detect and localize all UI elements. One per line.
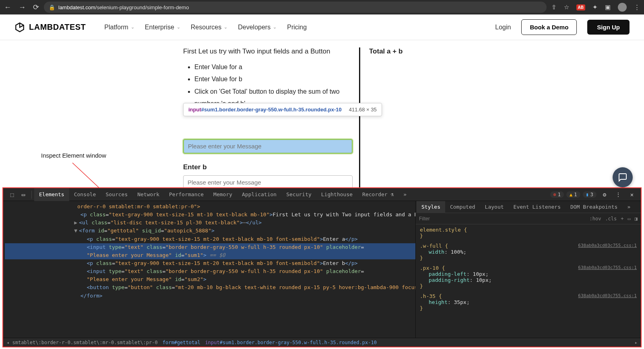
extensions-icon[interactable]: ✦: [592, 4, 598, 11]
tab-memory[interactable]: Memory: [208, 188, 237, 201]
reload-icon[interactable]: ⟳: [33, 3, 39, 12]
styles-tab-dom[interactable]: DOM Breakpoints: [566, 201, 622, 212]
site-header: LAMBDATEST Platform⌄ Enterprise⌄ Resourc…: [0, 14, 644, 40]
tab-lighthouse[interactable]: Lighthouse: [316, 188, 357, 201]
logo-icon: [14, 22, 25, 33]
devtools-panel: ⬚ ▭ Elements Console Sources Network Per…: [3, 188, 641, 212]
chat-bubble-button[interactable]: [613, 167, 633, 187]
nav-pricing[interactable]: Pricing: [287, 24, 307, 31]
tab-security[interactable]: Security: [281, 188, 316, 201]
devtools-tabs: ⬚ ▭ Elements Console Sources Network Per…: [3, 188, 641, 201]
chevron-down-icon: ⌄: [273, 25, 277, 30]
tooltip-dims: 411.68 × 35: [349, 107, 377, 113]
chrome-right-icons: ⇧ ☆ AB ✦ ▣ ⋮: [551, 3, 640, 12]
nav-arrows: ← → ⟳: [4, 3, 39, 12]
nav-platform[interactable]: Platform⌄: [104, 24, 134, 31]
error-count[interactable]: ⊗1: [550, 191, 564, 198]
info-count[interactable]: ▮3: [583, 191, 597, 198]
more-icon[interactable]: ⋮: [613, 191, 624, 198]
chevron-down-icon: ⌄: [224, 25, 227, 30]
panel-icon[interactable]: ▣: [605, 4, 611, 11]
close-icon[interactable]: ✕: [626, 191, 638, 198]
tab-recorder[interactable]: Recorder ⚗: [357, 188, 398, 201]
elements-tree[interactable]: order-r-0 smtablet:mr-0 smtablet:pr-0"> …: [3, 201, 415, 212]
lock-icon: 🔒: [49, 4, 55, 10]
menu-icon[interactable]: ⋮: [634, 4, 640, 11]
inspect-tooltip: input#sum1.border.border-gray-550.w-full…: [183, 103, 382, 116]
nav-developers[interactable]: Developers⌄: [238, 24, 277, 31]
inspect-icon[interactable]: ⬚: [6, 191, 18, 198]
book-demo-button[interactable]: Book a Demo: [521, 19, 577, 35]
forward-icon[interactable]: →: [19, 3, 26, 12]
settings-icon[interactable]: ⚙: [599, 191, 610, 198]
styles-tabs: Styles Computed Layout Event Listeners D…: [416, 201, 641, 212]
device-icon[interactable]: ▭: [18, 191, 29, 198]
styles-tab-styles[interactable]: Styles: [417, 201, 445, 212]
styles-panel: Styles Computed Layout Event Listeners D…: [415, 201, 641, 212]
tab-sources[interactable]: Sources: [101, 188, 132, 201]
enter-b-label: Enter b: [183, 163, 353, 171]
total-label: Total a + b: [369, 47, 461, 55]
brand-logo[interactable]: LAMBDATEST: [14, 22, 86, 33]
devtools-status: ⊗1 ▲1 ▮3 ⚙ ⋮ ✕: [550, 191, 638, 198]
signup-button[interactable]: Sign Up: [587, 20, 630, 35]
list-item: Enter Value for a: [194, 61, 353, 73]
extension-badge[interactable]: AB: [576, 4, 585, 10]
chat-icon: [618, 172, 627, 182]
tab-performance[interactable]: Performance: [164, 188, 208, 201]
styles-overflow[interactable]: »: [622, 201, 635, 212]
tab-application[interactable]: Application: [237, 188, 281, 201]
styles-tab-events[interactable]: Event Listeners: [509, 201, 566, 212]
url-host: lambdatest.com: [58, 4, 95, 10]
intro-text: First Let us try with Two input fields a…: [183, 47, 353, 55]
chevron-down-icon: ⌄: [177, 25, 180, 30]
url-path: /selenium-playground/simple-form-demo: [95, 4, 189, 10]
nav-enterprise[interactable]: Enterprise⌄: [145, 24, 180, 31]
page-body: First Let us try with Two input fields a…: [0, 40, 644, 212]
tab-network[interactable]: Network: [132, 188, 164, 201]
brand-text: LAMBDATEST: [29, 23, 86, 32]
browser-chrome: ← → ⟳ 🔒 lambdatest.com/selenium-playgrou…: [0, 0, 644, 14]
nav-links: Platform⌄ Enterprise⌄ Resources⌄ Develop…: [104, 24, 307, 31]
styles-tab-computed[interactable]: Computed: [445, 201, 480, 212]
annotation-label: Inspect Element window: [41, 152, 106, 159]
url-bar[interactable]: 🔒 lambdatest.com/selenium-playground/sim…: [44, 2, 547, 13]
share-icon[interactable]: ⇧: [551, 4, 557, 11]
devtools-highlight-box: ⬚ ▭ Elements Console Sources Network Per…: [2, 187, 642, 212]
chevron-down-icon: ⌄: [131, 25, 134, 30]
back-icon[interactable]: ←: [4, 3, 11, 12]
tab-elements[interactable]: Elements: [34, 188, 69, 201]
warning-count[interactable]: ▲1: [566, 191, 580, 198]
star-icon[interactable]: ☆: [564, 4, 569, 11]
styles-tab-layout[interactable]: Layout: [480, 201, 509, 212]
nav-resources[interactable]: Resources⌄: [191, 24, 227, 31]
tab-console[interactable]: Console: [69, 188, 101, 201]
login-link[interactable]: Login: [495, 24, 511, 31]
sum1-input[interactable]: [183, 139, 353, 154]
profile-avatar[interactable]: [618, 3, 627, 12]
list-item: Enter Value for b: [194, 73, 353, 85]
tabs-overflow[interactable]: »: [398, 188, 411, 201]
